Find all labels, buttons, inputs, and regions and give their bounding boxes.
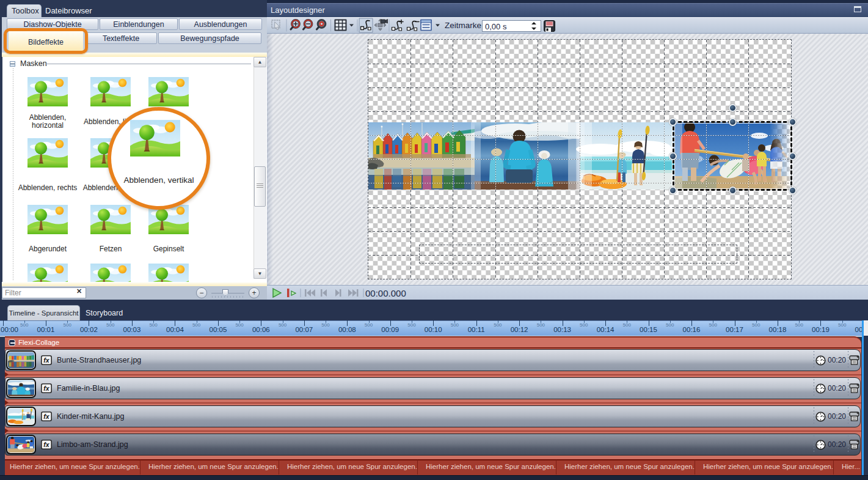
- svg-text:fx: fx: [43, 413, 49, 420]
- svg-text:fx: fx: [43, 385, 49, 392]
- svg-text:fx: fx: [43, 356, 49, 364]
- svg-text:fx: fx: [43, 441, 49, 448]
